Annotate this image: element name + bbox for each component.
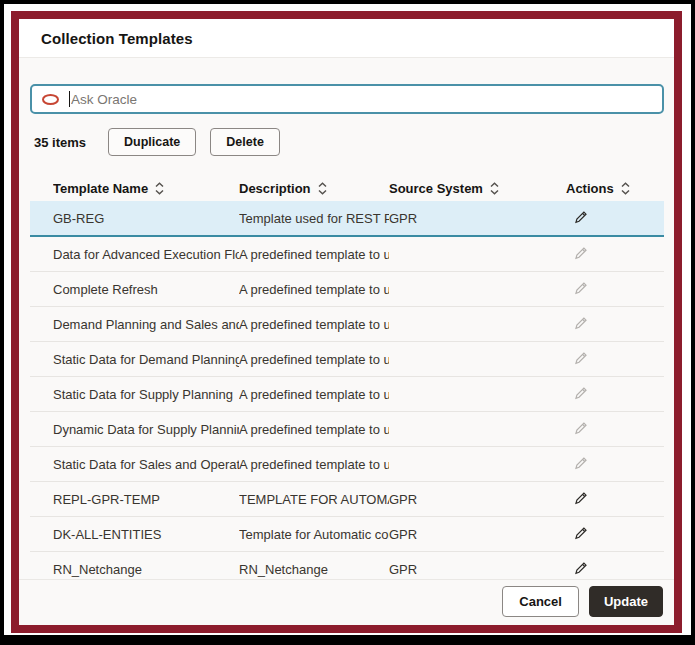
sort-icon[interactable] — [621, 182, 630, 195]
sort-icon[interactable] — [155, 182, 164, 195]
page-title: Collection Templates — [41, 30, 652, 47]
sort-icon[interactable] — [318, 182, 327, 195]
cell-description: A predefined template to use — [239, 282, 389, 297]
cell-actions — [566, 490, 664, 509]
cell-template-name: Static Data for Supply Planning — [53, 387, 239, 402]
cell-description: Template used for REST PO — [239, 211, 389, 226]
cancel-button[interactable]: Cancel — [502, 586, 579, 617]
edit-pencil-icon — [573, 350, 589, 366]
cell-template-name: RN_Netchange — [53, 562, 239, 577]
cell-actions — [566, 525, 664, 544]
cell-description: A predefined template to use — [239, 457, 389, 472]
edit-pencil-icon[interactable] — [573, 560, 589, 576]
edit-pencil-icon[interactable] — [573, 525, 589, 541]
dialog-header: Collection Templates — [19, 19, 674, 58]
column-header-description[interactable]: Description — [239, 181, 389, 196]
update-button[interactable]: Update — [589, 586, 663, 617]
column-header-source-system[interactable]: Source System — [389, 181, 566, 196]
cell-source-system: GPR — [389, 527, 566, 542]
cell-description: A predefined template to use — [239, 422, 389, 437]
cell-actions — [566, 315, 664, 334]
column-header-label: Description — [239, 181, 311, 196]
cell-actions — [566, 209, 664, 228]
table-row[interactable]: Demand Planning and Sales and Operations… — [30, 307, 664, 342]
cell-template-name: Dynamic Data for Supply Planning — [53, 422, 239, 437]
cell-description: TEMPLATE FOR AUTOMATIC — [239, 492, 389, 507]
cell-template-name: GB-REG — [53, 211, 239, 226]
table-row[interactable]: RN_Netchange RN_Netchange GPR — [30, 552, 664, 579]
column-header-label: Actions — [566, 181, 614, 196]
column-header-label: Source System — [389, 181, 483, 196]
table-row[interactable]: Static Data for Sales and Operations A p… — [30, 447, 664, 482]
table-row[interactable]: Complete Refresh A predefined template t… — [30, 272, 664, 307]
table-row[interactable]: Data for Advanced Execution Flow A prede… — [30, 237, 664, 272]
cell-actions — [566, 350, 664, 369]
cell-actions — [566, 385, 664, 404]
templates-table: Template Name Description Source System … — [30, 175, 664, 579]
oracle-logo-icon — [42, 94, 59, 105]
cell-template-name: Complete Refresh — [53, 282, 239, 297]
page-background: Collection Templates 35 items Duplicate … — [4, 4, 691, 635]
edit-pencil-icon — [573, 385, 589, 401]
table-row[interactable]: GB-REG Template used for REST PO GPR — [30, 201, 664, 237]
dialog-footer: Cancel Update — [19, 579, 674, 625]
cell-template-name: DK-ALL-ENTITIES — [53, 527, 239, 542]
cell-actions — [566, 560, 664, 579]
cell-actions — [566, 280, 664, 299]
cell-template-name: REPL-GPR-TEMP — [53, 492, 239, 507]
ask-oracle-search-box[interactable] — [30, 84, 664, 114]
cell-actions — [566, 420, 664, 439]
items-count: 35 items — [30, 135, 86, 150]
cell-description: Template for Automatic collection — [239, 527, 389, 542]
table-row[interactable]: Dynamic Data for Supply Planning A prede… — [30, 412, 664, 447]
edit-pencil-icon — [573, 420, 589, 436]
edit-pencil-icon[interactable] — [573, 490, 589, 506]
column-header-actions[interactable]: Actions — [566, 181, 664, 196]
dialog-body: 35 items Duplicate Delete Template Name … — [19, 58, 674, 579]
cell-source-system: GPR — [389, 562, 566, 577]
collection-templates-dialog: Collection Templates 35 items Duplicate … — [11, 11, 682, 633]
edit-pencil-icon[interactable] — [573, 209, 589, 225]
table-row[interactable]: Static Data for Demand Planning A predef… — [30, 342, 664, 377]
cell-template-name: Demand Planning and Sales and Operations — [53, 317, 239, 332]
cell-template-name: Static Data for Demand Planning — [53, 352, 239, 367]
edit-pencil-icon — [573, 245, 589, 261]
column-header-label: Template Name — [53, 181, 148, 196]
cell-source-system: GPR — [389, 492, 566, 507]
cell-template-name: Data for Advanced Execution Flow — [53, 247, 239, 262]
duplicate-button[interactable]: Duplicate — [108, 128, 196, 156]
table-toolbar: 35 items Duplicate Delete — [30, 128, 664, 156]
edit-pencil-icon — [573, 280, 589, 296]
cell-description: RN_Netchange — [239, 562, 389, 577]
table-row[interactable]: DK-ALL-ENTITIES Template for Automatic c… — [30, 517, 664, 552]
search-input[interactable] — [70, 92, 652, 107]
table-header-row: Template Name Description Source System … — [30, 175, 664, 201]
cell-description: A predefined template to use — [239, 247, 389, 262]
column-header-template-name[interactable]: Template Name — [53, 181, 239, 196]
delete-button[interactable]: Delete — [210, 128, 280, 156]
cell-description: A predefined template to use — [239, 352, 389, 367]
cell-description: A predefined template to use — [239, 387, 389, 402]
table-row[interactable]: Static Data for Supply Planning A predef… — [30, 377, 664, 412]
edit-pencil-icon — [573, 315, 589, 331]
table-row[interactable]: REPL-GPR-TEMP TEMPLATE FOR AUTOMATIC GPR — [30, 482, 664, 517]
cell-actions — [566, 455, 664, 474]
sort-icon[interactable] — [490, 182, 499, 195]
edit-pencil-icon — [573, 455, 589, 471]
cell-actions — [566, 245, 664, 264]
cell-description: A predefined template to use — [239, 317, 389, 332]
cell-template-name: Static Data for Sales and Operations — [53, 457, 239, 472]
cell-source-system: GPR — [389, 211, 566, 226]
